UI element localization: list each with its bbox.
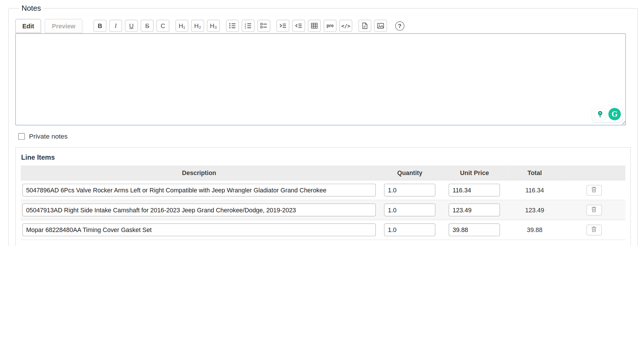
line-items-panel: Line Items Description Quantity Unit Pri… <box>15 147 631 246</box>
italic-button[interactable]: I <box>109 20 122 32</box>
tab-edit[interactable]: Edit <box>15 19 41 33</box>
notes-legend: Notes <box>19 4 43 13</box>
underline-button[interactable]: U <box>125 20 138 32</box>
task-list-button[interactable] <box>257 20 270 32</box>
unquote-icon <box>295 22 302 29</box>
inline-code-button[interactable]: C <box>157 20 169 32</box>
delete-row-button[interactable] <box>586 205 601 215</box>
unquote-button[interactable] <box>292 20 305 32</box>
line-items-title: Line Items <box>21 153 625 161</box>
inline-code-icon: C <box>161 23 165 29</box>
help-icon: ? <box>395 21 404 30</box>
col-header-description: Description <box>21 165 378 180</box>
heading2-icon: H₂ <box>194 23 201 29</box>
heading1-button[interactable]: H₁ <box>176 20 188 32</box>
underline-icon: U <box>129 23 134 29</box>
ordered-list-button[interactable]: 1.2.3. <box>242 20 255 32</box>
grammarly-g-glyph: G <box>612 110 618 119</box>
wiki-link-icon <box>361 22 368 29</box>
trash-icon <box>590 206 597 214</box>
unordered-list-button[interactable] <box>226 20 239 32</box>
heading2-button[interactable]: H₂ <box>191 20 204 32</box>
row-total: 116.34 <box>525 187 544 194</box>
unit-price-input[interactable] <box>449 184 500 196</box>
blockquote-icon <box>279 22 286 29</box>
wiki-link-button[interactable] <box>358 20 371 32</box>
col-header-unit-price: Unit Price <box>442 165 507 180</box>
trash-icon <box>590 186 597 194</box>
bold-button[interactable]: B <box>93 20 106 32</box>
col-header-total: Total <box>507 165 562 180</box>
table-icon <box>311 22 318 29</box>
grammarly-suggestion-icon[interactable] <box>594 108 606 120</box>
bold-icon: B <box>98 23 102 29</box>
grammarly-widget: G <box>592 106 622 122</box>
preformatted-icon: pre <box>327 23 334 28</box>
image-icon <box>377 22 384 29</box>
table-button[interactable] <box>308 20 321 32</box>
line-item-row: 123.49 <box>21 200 625 220</box>
content-wrapper: Notes Edit Preview B I U S C H₁ H₂ H₃ <box>0 4 644 246</box>
line-item-row: 39.88 <box>21 220 625 240</box>
quantity-input[interactable] <box>384 204 435 216</box>
quantity-input[interactable] <box>384 223 435 236</box>
strikethrough-button[interactable]: S <box>141 20 153 32</box>
toolbar-group-headings: H₁ H₂ H₃ <box>176 20 220 32</box>
unit-price-input[interactable] <box>449 204 500 216</box>
code-block-button[interactable]: </> <box>339 20 352 32</box>
description-input[interactable] <box>22 223 376 236</box>
ordered-list-icon: 1.2.3. <box>245 22 252 29</box>
code-block-icon: </> <box>341 23 350 28</box>
strikethrough-icon: S <box>145 23 149 29</box>
notes-fieldset: Notes Edit Preview B I U S C H₁ H₂ H₃ <box>8 4 638 246</box>
image-button[interactable] <box>374 20 387 32</box>
toolbar-group-insert <box>358 20 387 32</box>
tab-preview[interactable]: Preview <box>45 19 82 33</box>
help-button[interactable]: ? <box>393 20 406 32</box>
svg-text:3.: 3. <box>245 27 247 29</box>
notes-editor-wrap: G <box>15 34 631 126</box>
trash-icon <box>590 226 597 234</box>
unit-price-input[interactable] <box>449 223 500 236</box>
line-item-row: 116.34 <box>21 180 625 200</box>
notes-editor[interactable] <box>15 34 626 126</box>
row-total: 39.88 <box>527 226 542 233</box>
delete-row-button[interactable] <box>586 185 601 195</box>
table-header-row: Description Quantity Unit Price Total <box>21 165 625 180</box>
quantity-input[interactable] <box>384 184 435 196</box>
private-notes-checkbox[interactable] <box>18 133 25 140</box>
col-header-quantity: Quantity <box>378 165 442 180</box>
heading3-icon: H₃ <box>210 23 217 29</box>
page-root: Notes Edit Preview B I U S C H₁ H₂ H₃ <box>0 4 644 246</box>
toolbar-group-inline: B I U S C <box>93 20 169 32</box>
description-input[interactable] <box>22 184 376 196</box>
description-input[interactable] <box>22 204 376 216</box>
toolbar-group-lists: 1.2.3. <box>226 20 270 32</box>
delete-row-button[interactable] <box>586 224 601 235</box>
toolbar-group-help: ? <box>393 20 406 32</box>
row-total: 123.49 <box>525 207 544 214</box>
private-notes-row: Private notes <box>18 133 631 140</box>
preformatted-button[interactable]: pre <box>324 20 336 32</box>
heading3-button[interactable]: H₃ <box>207 20 220 32</box>
heading1-icon: H₁ <box>179 23 185 29</box>
blockquote-button[interactable] <box>277 20 289 32</box>
line-items-table: Description Quantity Unit Price Total 11… <box>21 165 625 240</box>
editor-tabs-row: Edit Preview B I U S C H₁ H₂ H₃ 1.2.3. <box>15 19 631 33</box>
col-header-actions <box>562 165 625 180</box>
unordered-list-icon <box>229 22 236 29</box>
italic-icon: I <box>115 23 117 29</box>
markdown-toolbar: B I U S C H₁ H₂ H₃ 1.2.3. <box>93 20 412 33</box>
private-notes-label: Private notes <box>29 133 68 140</box>
task-list-icon <box>260 22 267 29</box>
toolbar-group-blocks: pre </> <box>277 20 352 32</box>
grammarly-logo-icon[interactable]: G <box>608 108 621 120</box>
